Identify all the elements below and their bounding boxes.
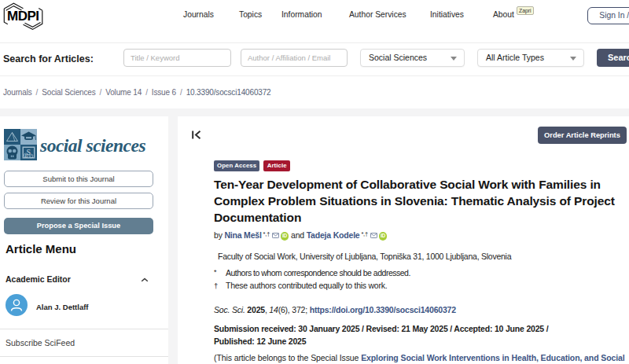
svg-text:G: G: [30, 154, 33, 159]
svg-text:MDPI: MDPI: [7, 9, 39, 24]
svg-text:E: E: [25, 153, 28, 158]
